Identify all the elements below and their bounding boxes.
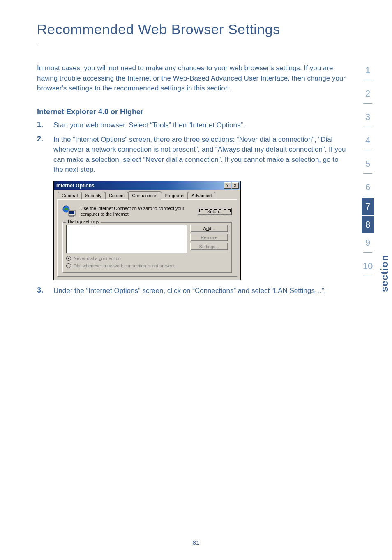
radio-icon bbox=[66, 263, 71, 268]
intro-paragraph: In most cases, you will not need to make… bbox=[37, 63, 347, 94]
step-3-number: 3. bbox=[37, 286, 53, 296]
dialog-titlebar: Internet Options ? × bbox=[54, 181, 240, 190]
tab-general[interactable]: General bbox=[58, 192, 81, 200]
globe-monitor-icon bbox=[62, 205, 76, 218]
page-title: Recommended Web Browser Settings bbox=[0, 0, 392, 41]
setup-button[interactable]: Setup... bbox=[198, 208, 232, 215]
nav-10[interactable]: 10 bbox=[362, 258, 374, 275]
step-2-number: 2. bbox=[37, 135, 53, 175]
nav-1[interactable]: 1 bbox=[362, 62, 374, 79]
help-button[interactable]: ? bbox=[224, 182, 231, 189]
dialup-listbox[interactable] bbox=[66, 225, 187, 253]
dialup-settings-group: Dial-up settings Add... Remove bbox=[62, 222, 232, 273]
tab-panel-connections: Use the Internet Connection Wizard to co… bbox=[57, 199, 237, 277]
dialog-title: Internet Options bbox=[56, 183, 223, 189]
add-button[interactable]: Add... bbox=[190, 225, 228, 232]
svg-rect-3 bbox=[70, 215, 74, 217]
radio-never-dial: Never dial a connection bbox=[66, 256, 228, 261]
step-1-text: Start your web browser. Select “Tools” t… bbox=[53, 120, 347, 131]
nav-5[interactable]: 5 bbox=[362, 155, 374, 173]
nav-sep bbox=[363, 150, 372, 150]
nav-sep bbox=[363, 103, 372, 104]
title-rule bbox=[37, 44, 355, 44]
section-nav: 1 2 3 4 5 6 7 8 9 10 bbox=[362, 62, 374, 277]
tab-security[interactable]: Security bbox=[81, 192, 105, 200]
nav-7[interactable]: 7 bbox=[362, 198, 374, 215]
nav-4[interactable]: 4 bbox=[362, 132, 374, 149]
nav-9[interactable]: 9 bbox=[362, 234, 374, 251]
nav-sep bbox=[363, 252, 372, 253]
step-1: 1. Start your web browser. Select “Tools… bbox=[37, 120, 347, 131]
svg-rect-2 bbox=[69, 211, 74, 214]
nav-8-current[interactable]: 8 bbox=[362, 216, 374, 233]
nav-sep bbox=[363, 173, 372, 174]
step-3: 3. Under the “Internet Options” screen, … bbox=[37, 286, 347, 296]
step-1-number: 1. bbox=[37, 120, 53, 131]
nav-3[interactable]: 3 bbox=[362, 108, 374, 126]
internet-options-dialog: Internet Options ? × General Security Co… bbox=[53, 181, 241, 280]
nav-2[interactable]: 2 bbox=[362, 85, 374, 102]
nav-sep bbox=[363, 127, 372, 127]
remove-button: Remove bbox=[190, 234, 228, 241]
tab-programs[interactable]: Programs bbox=[161, 192, 188, 200]
nav-sep bbox=[363, 276, 372, 276]
step-2-text: In the “Internet Options” screen, there … bbox=[53, 135, 347, 175]
step-3-text: Under the “Internet Options” screen, cli… bbox=[53, 286, 347, 296]
tab-advanced[interactable]: Advanced bbox=[188, 192, 215, 200]
tab-content[interactable]: Content bbox=[105, 192, 129, 200]
section-label: section bbox=[379, 255, 390, 292]
settings-button: Settings... bbox=[190, 243, 228, 250]
nav-6[interactable]: 6 bbox=[362, 179, 374, 196]
dialog-tabs: General Security Content Connections Pro… bbox=[57, 191, 237, 200]
close-button[interactable]: × bbox=[232, 182, 239, 189]
dialup-legend: Dial-up settings bbox=[66, 219, 101, 224]
radio-dial-whenever: Dial whenever a network connection is no… bbox=[66, 263, 228, 268]
tab-connections[interactable]: Connections bbox=[128, 191, 161, 200]
radio-icon bbox=[66, 256, 71, 261]
nav-sep bbox=[363, 80, 372, 80]
wizard-text: Use the Internet Connection Wizard to co… bbox=[81, 206, 194, 217]
nav-sep bbox=[363, 197, 372, 197]
page-number: 81 bbox=[0, 539, 392, 546]
dialog-screenshot: Internet Options ? × General Security Co… bbox=[53, 181, 392, 280]
step-2: 2. In the “Internet Options” screen, the… bbox=[37, 135, 347, 175]
subheading-ie4: Internet Explorer 4.0 or Higher bbox=[37, 108, 392, 116]
